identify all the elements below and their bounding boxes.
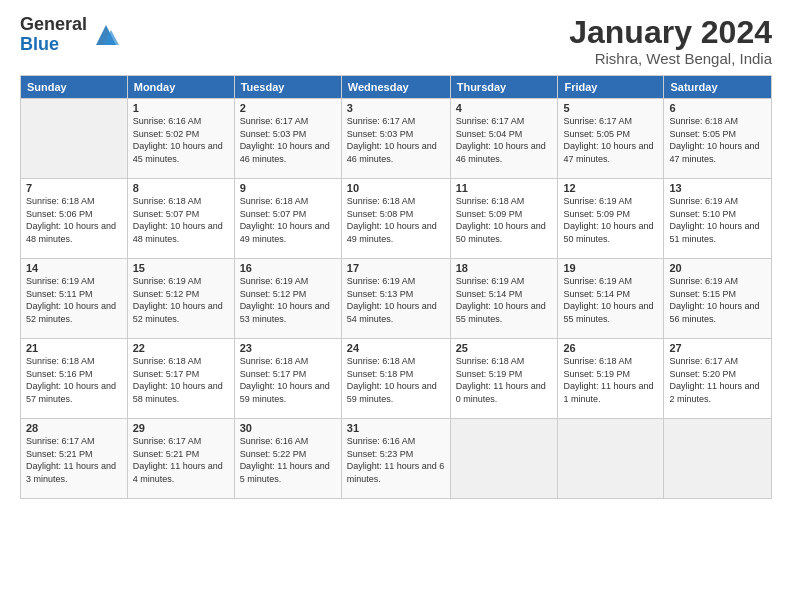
day-info: Sunrise: 6:16 AMSunset: 5:02 PMDaylight:… — [133, 115, 229, 165]
day-number: 27 — [669, 342, 766, 354]
day-number: 21 — [26, 342, 122, 354]
day-info: Sunrise: 6:19 AMSunset: 5:15 PMDaylight:… — [669, 275, 766, 325]
table-row: 6Sunrise: 6:18 AMSunset: 5:05 PMDaylight… — [664, 99, 772, 179]
header-saturday: Saturday — [664, 76, 772, 99]
table-row: 27Sunrise: 6:17 AMSunset: 5:20 PMDayligh… — [664, 339, 772, 419]
table-row: 13Sunrise: 6:19 AMSunset: 5:10 PMDayligh… — [664, 179, 772, 259]
table-row: 14Sunrise: 6:19 AMSunset: 5:11 PMDayligh… — [21, 259, 128, 339]
table-row: 4Sunrise: 6:17 AMSunset: 5:04 PMDaylight… — [450, 99, 558, 179]
day-number: 11 — [456, 182, 553, 194]
header-wednesday: Wednesday — [341, 76, 450, 99]
table-row: 31Sunrise: 6:16 AMSunset: 5:23 PMDayligh… — [341, 419, 450, 499]
day-number: 31 — [347, 422, 445, 434]
table-row: 25Sunrise: 6:18 AMSunset: 5:19 PMDayligh… — [450, 339, 558, 419]
day-number: 16 — [240, 262, 336, 274]
day-info: Sunrise: 6:19 AMSunset: 5:11 PMDaylight:… — [26, 275, 122, 325]
day-number: 23 — [240, 342, 336, 354]
logo-general: General — [20, 15, 87, 35]
day-number: 22 — [133, 342, 229, 354]
day-number: 15 — [133, 262, 229, 274]
day-number: 13 — [669, 182, 766, 194]
table-row: 28Sunrise: 6:17 AMSunset: 5:21 PMDayligh… — [21, 419, 128, 499]
table-row: 22Sunrise: 6:18 AMSunset: 5:17 PMDayligh… — [127, 339, 234, 419]
day-info: Sunrise: 6:18 AMSunset: 5:06 PMDaylight:… — [26, 195, 122, 245]
table-row: 15Sunrise: 6:19 AMSunset: 5:12 PMDayligh… — [127, 259, 234, 339]
header: General Blue January 2024 Rishra, West B… — [20, 15, 772, 67]
day-info: Sunrise: 6:17 AMSunset: 5:05 PMDaylight:… — [563, 115, 658, 165]
day-number: 20 — [669, 262, 766, 274]
day-number: 17 — [347, 262, 445, 274]
day-info: Sunrise: 6:17 AMSunset: 5:21 PMDaylight:… — [133, 435, 229, 485]
table-row: 24Sunrise: 6:18 AMSunset: 5:18 PMDayligh… — [341, 339, 450, 419]
day-number: 1 — [133, 102, 229, 114]
table-row: 10Sunrise: 6:18 AMSunset: 5:08 PMDayligh… — [341, 179, 450, 259]
calendar-table: Sunday Monday Tuesday Wednesday Thursday… — [20, 75, 772, 499]
day-number: 25 — [456, 342, 553, 354]
day-number: 2 — [240, 102, 336, 114]
day-number: 18 — [456, 262, 553, 274]
day-number: 7 — [26, 182, 122, 194]
table-row: 1Sunrise: 6:16 AMSunset: 5:02 PMDaylight… — [127, 99, 234, 179]
table-row: 11Sunrise: 6:18 AMSunset: 5:09 PMDayligh… — [450, 179, 558, 259]
day-number: 6 — [669, 102, 766, 114]
day-number: 3 — [347, 102, 445, 114]
table-row — [558, 419, 664, 499]
day-info: Sunrise: 6:17 AMSunset: 5:20 PMDaylight:… — [669, 355, 766, 405]
day-info: Sunrise: 6:19 AMSunset: 5:12 PMDaylight:… — [133, 275, 229, 325]
day-number: 4 — [456, 102, 553, 114]
table-row: 26Sunrise: 6:18 AMSunset: 5:19 PMDayligh… — [558, 339, 664, 419]
logo: General Blue — [20, 15, 121, 55]
table-row: 18Sunrise: 6:19 AMSunset: 5:14 PMDayligh… — [450, 259, 558, 339]
day-info: Sunrise: 6:17 AMSunset: 5:03 PMDaylight:… — [347, 115, 445, 165]
header-thursday: Thursday — [450, 76, 558, 99]
table-row: 16Sunrise: 6:19 AMSunset: 5:12 PMDayligh… — [234, 259, 341, 339]
table-row — [450, 419, 558, 499]
day-info: Sunrise: 6:19 AMSunset: 5:13 PMDaylight:… — [347, 275, 445, 325]
day-info: Sunrise: 6:19 AMSunset: 5:14 PMDaylight:… — [563, 275, 658, 325]
day-info: Sunrise: 6:18 AMSunset: 5:18 PMDaylight:… — [347, 355, 445, 405]
calendar-page: General Blue January 2024 Rishra, West B… — [0, 0, 792, 612]
location: Rishra, West Bengal, India — [569, 50, 772, 67]
day-info: Sunrise: 6:18 AMSunset: 5:09 PMDaylight:… — [456, 195, 553, 245]
title-area: January 2024 Rishra, West Bengal, India — [569, 15, 772, 67]
day-info: Sunrise: 6:17 AMSunset: 5:03 PMDaylight:… — [240, 115, 336, 165]
day-info: Sunrise: 6:18 AMSunset: 5:07 PMDaylight:… — [133, 195, 229, 245]
header-friday: Friday — [558, 76, 664, 99]
table-row: 30Sunrise: 6:16 AMSunset: 5:22 PMDayligh… — [234, 419, 341, 499]
table-row: 7Sunrise: 6:18 AMSunset: 5:06 PMDaylight… — [21, 179, 128, 259]
month-title: January 2024 — [569, 15, 772, 50]
day-number: 8 — [133, 182, 229, 194]
day-number: 14 — [26, 262, 122, 274]
table-row: 12Sunrise: 6:19 AMSunset: 5:09 PMDayligh… — [558, 179, 664, 259]
day-info: Sunrise: 6:17 AMSunset: 5:04 PMDaylight:… — [456, 115, 553, 165]
day-number: 5 — [563, 102, 658, 114]
week-row-3: 14Sunrise: 6:19 AMSunset: 5:11 PMDayligh… — [21, 259, 772, 339]
day-info: Sunrise: 6:17 AMSunset: 5:21 PMDaylight:… — [26, 435, 122, 485]
day-number: 24 — [347, 342, 445, 354]
table-row: 9Sunrise: 6:18 AMSunset: 5:07 PMDaylight… — [234, 179, 341, 259]
day-info: Sunrise: 6:19 AMSunset: 5:12 PMDaylight:… — [240, 275, 336, 325]
table-row: 19Sunrise: 6:19 AMSunset: 5:14 PMDayligh… — [558, 259, 664, 339]
table-row — [21, 99, 128, 179]
logo-icon — [91, 20, 121, 50]
table-row — [664, 419, 772, 499]
day-info: Sunrise: 6:18 AMSunset: 5:19 PMDaylight:… — [563, 355, 658, 405]
table-row: 21Sunrise: 6:18 AMSunset: 5:16 PMDayligh… — [21, 339, 128, 419]
header-tuesday: Tuesday — [234, 76, 341, 99]
day-info: Sunrise: 6:19 AMSunset: 5:09 PMDaylight:… — [563, 195, 658, 245]
day-number: 29 — [133, 422, 229, 434]
day-info: Sunrise: 6:18 AMSunset: 5:08 PMDaylight:… — [347, 195, 445, 245]
day-info: Sunrise: 6:19 AMSunset: 5:10 PMDaylight:… — [669, 195, 766, 245]
table-row: 29Sunrise: 6:17 AMSunset: 5:21 PMDayligh… — [127, 419, 234, 499]
day-info: Sunrise: 6:18 AMSunset: 5:17 PMDaylight:… — [240, 355, 336, 405]
table-row: 5Sunrise: 6:17 AMSunset: 5:05 PMDaylight… — [558, 99, 664, 179]
logo-blue: Blue — [20, 35, 87, 55]
table-row: 8Sunrise: 6:18 AMSunset: 5:07 PMDaylight… — [127, 179, 234, 259]
day-info: Sunrise: 6:18 AMSunset: 5:07 PMDaylight:… — [240, 195, 336, 245]
day-info: Sunrise: 6:16 AMSunset: 5:23 PMDaylight:… — [347, 435, 445, 485]
day-info: Sunrise: 6:19 AMSunset: 5:14 PMDaylight:… — [456, 275, 553, 325]
day-number: 10 — [347, 182, 445, 194]
table-row: 20Sunrise: 6:19 AMSunset: 5:15 PMDayligh… — [664, 259, 772, 339]
table-row: 17Sunrise: 6:19 AMSunset: 5:13 PMDayligh… — [341, 259, 450, 339]
day-number: 28 — [26, 422, 122, 434]
